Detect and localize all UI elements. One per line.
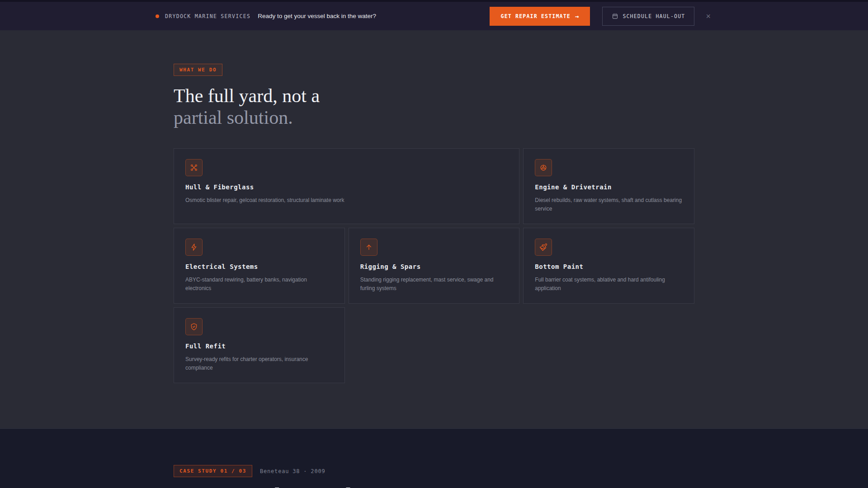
service-icon-box [185,159,203,176]
case-study-heading: S/V Meridian Tide [174,483,694,488]
services-grid: Hull & Fiberglass Osmotic blister repair… [174,148,694,383]
service-card: Bottom Paint Full barrier coat systems, … [523,228,694,304]
service-card-description: Osmotic blister repair, gelcoat restorat… [185,196,508,205]
service-card-description: Standing rigging replacement, mast servi… [360,276,508,293]
service-card-title: Rigging & Spars [360,263,508,270]
services-heading-line1: The full yard, not a [174,85,320,106]
service-card: Hull & Fiberglass Osmotic blister repair… [174,148,519,224]
service-card: Engine & Drivetrain Diesel rebuilds, raw… [523,148,694,224]
case-study-badge: CASE STUDY 01 / 03 [174,465,252,477]
get-repair-estimate-label: GET REPAIR ESTIMATE [501,13,571,19]
service-card-description: Survey-ready refits for charter operator… [185,355,333,372]
service-card-title: Electrical Systems [185,263,333,270]
service-card-title: Hull & Fiberglass [185,183,508,191]
topbar-actions: GET REPAIR ESTIMATE → SCHEDULE HAUL-OUT … [490,7,712,26]
service-icon-box [360,239,377,256]
brand-name: DRYDOCK MARINE SERVICES [165,13,250,19]
zap-icon [190,243,198,251]
case-study-meta: Beneteau 38 · 2009 [260,468,325,474]
service-card: Full Refit Survey-ready refits for chart… [174,307,345,383]
service-icon-box [535,159,552,176]
service-card-title: Full Refit [185,343,333,350]
service-card: Electrical Systems ABYC-standard rewirin… [174,228,345,304]
case-study-section: CASE STUDY 01 / 03 Beneteau 38 · 2009 S/… [0,428,868,488]
brand: DRYDOCK MARINE SERVICES [156,13,250,19]
helm-icon [539,164,547,172]
shield-check-icon [190,323,198,331]
topbar-tagline: Ready to get your vessel back in the wat… [258,13,376,19]
service-card-description: Full barrier coat systems, ablative and … [535,276,683,293]
schedule-haul-out-button[interactable]: SCHEDULE HAUL-OUT [602,7,694,26]
calendar-icon [612,13,618,19]
service-card: Rigging & Spars Standing rigging replace… [349,228,520,304]
service-icon-box [185,318,203,335]
services-heading-line2: partial solution. [174,107,293,128]
paintbrush-icon [539,243,547,251]
get-repair-estimate-button[interactable]: GET REPAIR ESTIMATE → [490,7,590,26]
service-card-title: Engine & Drivetrain [535,183,683,191]
arrow-up-icon [365,243,373,251]
case-study-header-row: CASE STUDY 01 / 03 Beneteau 38 · 2009 [174,465,694,477]
crossed-tools-icon [190,164,198,172]
what-we-do-badge: WHAT WE DO [174,64,222,76]
service-card-description: ABYC-standard rewiring, battery banks, n… [185,276,333,293]
services-section: WHAT WE DO The full yard, not a partial … [0,30,868,428]
service-card-title: Bottom Paint [535,263,683,270]
services-heading: The full yard, not a partial solution. [174,85,694,128]
schedule-haul-out-label: SCHEDULE HAUL-OUT [623,13,685,19]
announcement-bar: DRYDOCK MARINE SERVICES Ready to get you… [0,0,868,30]
close-icon[interactable]: × [704,10,712,22]
service-icon-box [535,239,552,256]
service-icon-box [185,239,203,256]
arrow-right-icon: → [575,13,579,20]
service-card-description: Diesel rebuilds, raw water systems, shaf… [535,196,683,213]
announcement-bar-inner: DRYDOCK MARINE SERVICES Ready to get you… [156,7,712,26]
brand-dot-icon [156,14,159,18]
